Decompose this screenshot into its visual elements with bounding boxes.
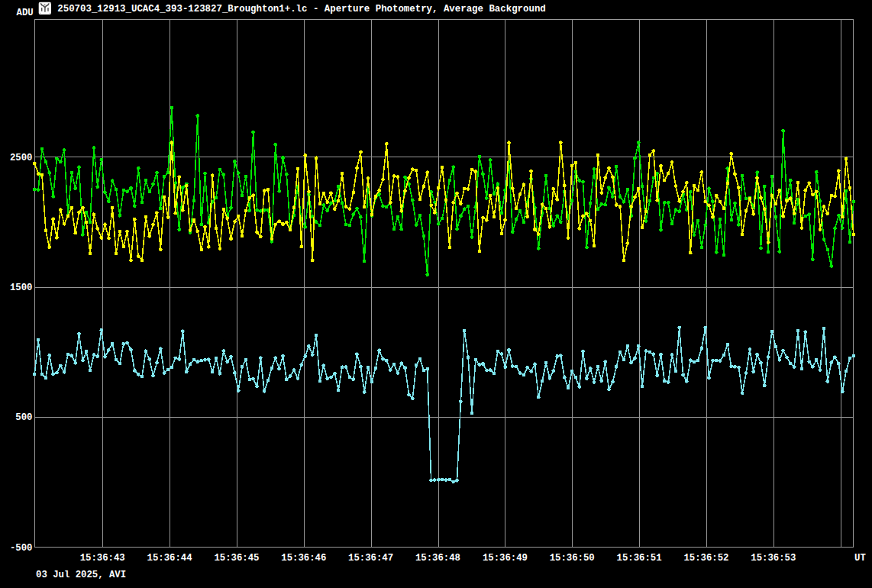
svg-text:15:36:52: 15:36:52 bbox=[683, 553, 728, 564]
svg-text:2500: 2500 bbox=[10, 153, 33, 163]
svg-text:-500: -500 bbox=[10, 543, 33, 554]
svg-text:15:36:50: 15:36:50 bbox=[550, 553, 595, 564]
svg-text:250703_12913_UCAC4_393-123827_: 250703_12913_UCAC4_393-123827_Broughton1… bbox=[57, 4, 545, 15]
svg-text:15:36:47: 15:36:47 bbox=[348, 553, 393, 564]
svg-text:15:36:46: 15:36:46 bbox=[281, 553, 326, 564]
svg-text:15:36:48: 15:36:48 bbox=[415, 553, 460, 564]
svg-text:15:36:53: 15:36:53 bbox=[751, 553, 796, 564]
svg-text:UT: UT bbox=[854, 553, 866, 564]
svg-text:15:36:44: 15:36:44 bbox=[147, 553, 193, 564]
svg-text:15:36:43: 15:36:43 bbox=[80, 553, 125, 564]
svg-text:15:36:45: 15:36:45 bbox=[214, 553, 259, 564]
svg-text:15:36:49: 15:36:49 bbox=[483, 553, 528, 564]
svg-text:15:36:51: 15:36:51 bbox=[617, 553, 662, 564]
svg-text:500: 500 bbox=[15, 412, 32, 423]
svg-text:1500: 1500 bbox=[10, 283, 33, 293]
svg-text:ADU: ADU bbox=[17, 8, 34, 18]
svg-text:03 Jul 2025, AVI: 03 Jul 2025, AVI bbox=[36, 570, 126, 580]
